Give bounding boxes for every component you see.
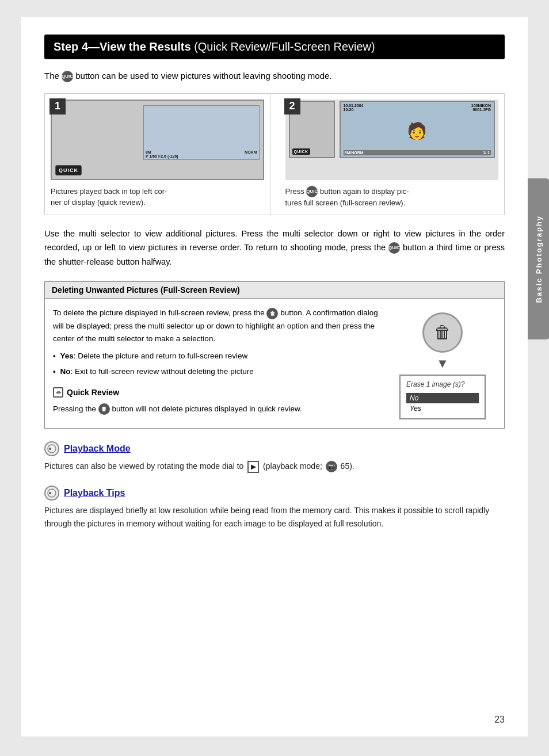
qr-before: Pressing the [53, 404, 96, 413]
dialog-no: No [406, 393, 479, 403]
delete-box-content: To delete the picture displayed in full-… [45, 299, 504, 428]
intro-before: The [44, 71, 59, 81]
delete-img-col: 🗑 ▼ Erase 1 image (s)? No Yes [389, 299, 504, 428]
svg-point-3 [49, 492, 51, 494]
step1-camera-screen: 8M NORM P 1/60 F2.6 (-126) [143, 105, 260, 160]
arrow-down-illus: ▼ [436, 356, 449, 371]
steps-row: 1 🧑 QUICK 8M NORM [44, 93, 505, 215]
dialog-yes: Yes [406, 403, 479, 414]
dialog-title: Erase 1 image (s)? [406, 380, 479, 388]
dialog-box: Erase 1 image (s)? No Yes [399, 375, 486, 419]
yes-text: : Delete the picture and return to full-… [74, 352, 247, 360]
intro-text: The QUICK button can be used to view pic… [44, 70, 505, 83]
page-number: 23 [494, 715, 505, 725]
step2-panel: 2 QUICK 10.01.2004 100NIKON [280, 94, 505, 215]
multi-selector-text: Use the multi selector to view additiona… [44, 227, 505, 269]
playback-mode-page-icon: 📷 [326, 461, 337, 472]
step2-number: 2 [284, 98, 300, 114]
step1-illustration: 🧑 QUICK 8M NORM P 1/60 F2.6 (-126) [51, 100, 264, 180]
lcd-time: 10:20 [344, 108, 354, 112]
delete-yes-option: Yes: Delete the picture and return to fu… [53, 350, 381, 362]
step1-screen-norm: NORM [245, 150, 257, 154]
lcd-file: 0001.JPG [472, 108, 491, 112]
step2-illustration: QUICK 10.01.2004 100NIKON 10:20 0001.JPG [285, 100, 499, 180]
side-tab-label: Basic Photography [535, 215, 543, 303]
step2-lcd: 10.01.2004 100NIKON 10:20 0001.JPG 🧑 8M/… [340, 101, 495, 158]
quick-review-note: ✏ Quick Review Pressing the 🗑 button wil… [53, 386, 381, 415]
qr-trash-icon: 🗑 [98, 403, 110, 415]
step2-quick-btn[interactable]: QUICK [292, 148, 310, 155]
step1-number: 1 [49, 98, 66, 114]
playback-mode-label: Playback Mode [64, 444, 131, 454]
step1-screen-bottom: P 1/60 F2.6 (-126) [146, 154, 257, 158]
step2-caption: Press QUICK button again to display pic-… [285, 186, 499, 209]
playback-tips-text: Pictures are displayed briefly at low re… [44, 504, 505, 530]
playback-mode-title: Playback Mode [44, 441, 505, 456]
delete-box: Deleting Unwanted Pictures (Full-Screen … [44, 281, 505, 429]
trash-button-illus: 🗑 [422, 312, 463, 353]
delete-no-option: No: Exit to full-screen review without d… [53, 365, 381, 378]
delete-body: To delete the picture displayed in full-… [53, 307, 381, 345]
step2-caption-2: button again to display pic- [320, 187, 409, 196]
step1-caption-line2: ner of display (quick review). [51, 198, 146, 207]
lcd-bottom-right: 1/ 1 [483, 151, 490, 155]
svg-point-1 [49, 448, 51, 450]
step1-screen-res: 8M [146, 150, 151, 154]
qr-after: button will not delete pictures displaye… [112, 404, 302, 413]
step2-quick-icon: QUICK [306, 186, 318, 197]
intro-after: button can be used to view pictures with… [75, 71, 331, 81]
no-text: : Exit to full-screen review without del… [71, 367, 254, 376]
playback-mode-text: Pictures can also be viewed by rotating … [44, 460, 505, 473]
playback-mode-section: Playback Mode Pictures can also be viewe… [44, 441, 505, 473]
step-header-normal: (Quick Review/Full-Screen Review) [191, 40, 375, 53]
step2-caption-1: Press [285, 187, 304, 196]
step-header: Step 4—View the Results (Quick Review/Fu… [44, 35, 505, 59]
lcd-person: 🧑 [344, 112, 491, 150]
quick-review-text: Pressing the 🗑 button will not delete pi… [53, 403, 381, 415]
quick-review-title-text: Quick Review [67, 386, 119, 399]
playback-arrow-icon: ▶ [247, 461, 259, 474]
playback-mode-icon [44, 441, 59, 456]
quick-icon: QUICK [62, 71, 73, 82]
lcd-date: 10.01.2004 [344, 104, 364, 108]
delete-trash-icon: 🗑 [266, 308, 278, 319]
step1-caption: Pictures played back in top left cor- ne… [51, 186, 264, 208]
delete-options-list: Yes: Delete the picture and return to fu… [53, 350, 381, 378]
playback-tips-title: Playback Tips [44, 486, 505, 501]
step1-caption-line1: Pictures played back in top left cor- [51, 187, 167, 196]
step1-quick-btn[interactable]: QUICK [55, 165, 82, 175]
delete-body-1: To delete the picture displayed in full-… [53, 308, 265, 317]
page: Basic Photography Step 4—View the Result… [21, 17, 528, 736]
delete-box-header: Deleting Unwanted Pictures (Full-Screen … [45, 282, 504, 299]
playback-tips-section: Playback Tips Pictures are displayed bri… [44, 486, 505, 530]
side-tab: Basic Photography [528, 178, 549, 339]
note-icon: ✏ [53, 387, 63, 398]
delete-text-col: To delete the picture displayed in full-… [45, 299, 389, 428]
quick-review-title: ✏ Quick Review [53, 386, 381, 399]
lcd-folder: 100NIKON [471, 104, 491, 108]
step2-caption-3: tures full screen (full-screen review). [285, 198, 406, 207]
step-header-bold: Step 4—View the Results [54, 40, 191, 53]
lcd-bottom-left: 8M/NORM [345, 151, 364, 155]
playback-tips-label: Playback Tips [64, 488, 125, 498]
yes-label: Yes [60, 352, 74, 360]
playback-tips-icon [44, 486, 59, 501]
step1-panel: 1 🧑 QUICK 8M NORM [45, 94, 270, 215]
multi-quick-icon: QUICK [388, 242, 400, 254]
no-label: No [60, 367, 71, 376]
